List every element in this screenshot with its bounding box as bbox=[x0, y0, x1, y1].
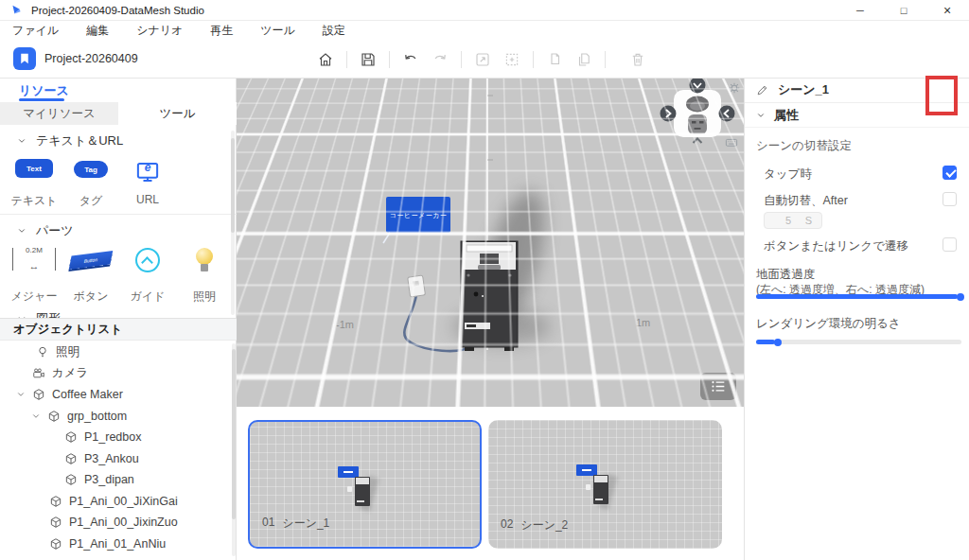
select-all-icon[interactable] bbox=[503, 51, 520, 68]
auto-switch-checkbox[interactable] bbox=[943, 192, 957, 206]
gizmo-arrow-right[interactable] bbox=[719, 106, 735, 122]
object-list-header: オブジェクトリスト bbox=[0, 318, 237, 341]
project-icon bbox=[13, 47, 36, 70]
scene-card-1[interactable]: 01 シーン_1 bbox=[248, 420, 482, 549]
button-link-checkbox[interactable] bbox=[943, 237, 957, 252]
tree-item-p1-ani-00-jixinzuo[interactable]: P1_Ani_00_JixinZuo bbox=[0, 512, 237, 534]
seconds-value: 5 bbox=[785, 215, 791, 226]
section-title: パーツ bbox=[36, 222, 74, 239]
ground-opacity-label: 地面透過度 bbox=[756, 267, 816, 283]
button-link-label: ボタンまたはリンクで遷移 bbox=[764, 238, 908, 254]
tree-item-p3-ankou[interactable]: P3_Ankou bbox=[0, 448, 237, 470]
url-tool-label: URL bbox=[119, 193, 176, 209]
tab-my-resources[interactable]: マイリソース bbox=[0, 102, 118, 125]
tag-tool-label: タグ bbox=[62, 193, 119, 209]
tree-item-p3-dipan[interactable]: P3_dipan bbox=[0, 469, 237, 491]
keyboard-shortcuts-icon[interactable] bbox=[726, 139, 736, 146]
viewport-settings-icon[interactable] bbox=[730, 83, 740, 94]
attributes-section-header[interactable]: 属性 bbox=[745, 103, 969, 128]
chevron-down-icon bbox=[756, 111, 766, 120]
tree-item-label: P3_dipan bbox=[84, 473, 134, 486]
tap-checkbox[interactable] bbox=[943, 166, 957, 180]
ground-opacity-slider[interactable] bbox=[756, 294, 961, 299]
undo-icon[interactable] bbox=[402, 51, 419, 68]
toolbar-divider bbox=[346, 51, 347, 68]
chevron-down-icon bbox=[16, 390, 26, 399]
copy-icon[interactable] bbox=[546, 51, 563, 68]
guide-tool[interactable] bbox=[135, 248, 160, 272]
gizmo-arrow-left[interactable] bbox=[661, 106, 677, 122]
menu-file[interactable]: ファイル bbox=[12, 23, 59, 39]
object-list: 照明 カメラ Coffee Maker grp_bottom P1_redbox bbox=[0, 341, 237, 560]
tap-label: タップ時 bbox=[764, 166, 812, 183]
menu-play[interactable]: 再生 bbox=[210, 23, 233, 39]
paste-icon[interactable] bbox=[575, 51, 592, 68]
cube-icon bbox=[49, 495, 62, 508]
edit-pencil-icon[interactable] bbox=[756, 84, 768, 96]
scene-card-2[interactable]: 02 シーン_2 bbox=[488, 420, 722, 549]
tab-tools[interactable]: ツール bbox=[118, 102, 237, 125]
text-tool[interactable]: Text bbox=[15, 159, 53, 178]
tree-item-lighting[interactable]: 照明 bbox=[0, 341, 237, 363]
cube-icon bbox=[64, 430, 78, 444]
tree-item-grp-bottom[interactable]: grp_bottom bbox=[0, 406, 237, 428]
section-title: 図形 bbox=[36, 310, 61, 318]
chevron-down-icon bbox=[17, 226, 26, 236]
scene-number: 02 bbox=[501, 517, 513, 534]
auto-switch-label: 自動切替、After bbox=[764, 193, 848, 209]
section-title: テキスト＆URL bbox=[36, 132, 123, 149]
power-plug[interactable] bbox=[408, 275, 426, 297]
cube-icon bbox=[64, 473, 78, 486]
tree-item-p1-ani-01-anniu[interactable]: P1_Ani_01_AnNiu bbox=[0, 534, 237, 555]
scene-name-label: シーン_1 bbox=[282, 516, 329, 532]
tree-item-camera[interactable]: カメラ bbox=[0, 363, 237, 385]
render-brightness-handle[interactable] bbox=[774, 339, 782, 346]
camera-icon bbox=[32, 367, 45, 380]
url-tool[interactable]: e bbox=[132, 159, 164, 184]
fit-view-icon[interactable] bbox=[474, 51, 491, 68]
section-text-url[interactable]: テキスト＆URL bbox=[17, 132, 123, 149]
measure-tool-label: メジャー bbox=[6, 289, 62, 305]
tools-scrollbar[interactable] bbox=[231, 131, 235, 315]
view-gizmo[interactable] bbox=[661, 79, 735, 143]
sign-board[interactable]: コーヒーメーカー bbox=[383, 197, 450, 243]
gizmo-arrow-bottom[interactable] bbox=[694, 139, 702, 144]
save-icon[interactable] bbox=[360, 51, 377, 68]
button-tool[interactable]: Button bbox=[69, 251, 113, 270]
ground-opacity-handle[interactable] bbox=[957, 293, 964, 301]
tag-tool[interactable]: Tag bbox=[74, 161, 108, 178]
menu-edit[interactable]: 編集 bbox=[86, 23, 109, 39]
menu-settings[interactable]: 設定 bbox=[323, 23, 345, 39]
menu-scenario[interactable]: シナリオ bbox=[136, 23, 183, 39]
seconds-unit: S bbox=[805, 215, 812, 226]
app-logo-icon bbox=[10, 4, 23, 16]
redo-icon[interactable] bbox=[432, 51, 449, 68]
minimize-button[interactable]: ─ bbox=[838, 0, 882, 21]
scene-switch-settings-label: シーンの切替設定 bbox=[756, 138, 852, 154]
section-shapes[interactable]: 図形 bbox=[17, 310, 61, 318]
scene-list-button[interactable] bbox=[700, 373, 736, 400]
light-tool[interactable] bbox=[194, 248, 215, 274]
guide-tool-label: ガイド bbox=[119, 289, 176, 305]
render-brightness-label: レンダリング環境の明るさ bbox=[756, 316, 901, 332]
render-brightness-slider[interactable] bbox=[756, 340, 961, 344]
section-parts[interactable]: パーツ bbox=[17, 222, 74, 239]
maximize-button[interactable]: □ bbox=[882, 0, 925, 21]
button-tool-label: ボタン bbox=[62, 289, 119, 305]
tree-item-label: P1_redbox bbox=[84, 430, 141, 444]
home-icon[interactable] bbox=[317, 51, 334, 68]
cube-icon bbox=[32, 388, 45, 401]
tools-tab-content: テキスト＆URL Text Tag e テキスト タグ URL bbox=[0, 125, 237, 318]
tree-item-coffee-maker[interactable]: Coffee Maker bbox=[0, 384, 237, 406]
measure-tool[interactable]: 0.2M ↔ bbox=[12, 248, 56, 271]
object-list-scrollbar[interactable] bbox=[232, 343, 236, 556]
trash-icon[interactable] bbox=[629, 51, 646, 68]
viewport-3d[interactable]: -1m 1m bbox=[237, 79, 744, 407]
coffee-machine-model[interactable] bbox=[461, 241, 518, 351]
tree-item-p1-ani-00-jixingai[interactable]: P1_Ani_00_JiXinGai bbox=[0, 491, 237, 513]
tree-item-p1-redbox[interactable]: P1_redbox bbox=[0, 427, 237, 448]
menu-tools[interactable]: ツール bbox=[260, 23, 295, 39]
auto-switch-seconds-input[interactable]: 5 S bbox=[764, 212, 822, 229]
window-title: Project-20260409-DataMesh Studio bbox=[31, 5, 204, 16]
close-button[interactable]: × bbox=[925, 0, 969, 21]
